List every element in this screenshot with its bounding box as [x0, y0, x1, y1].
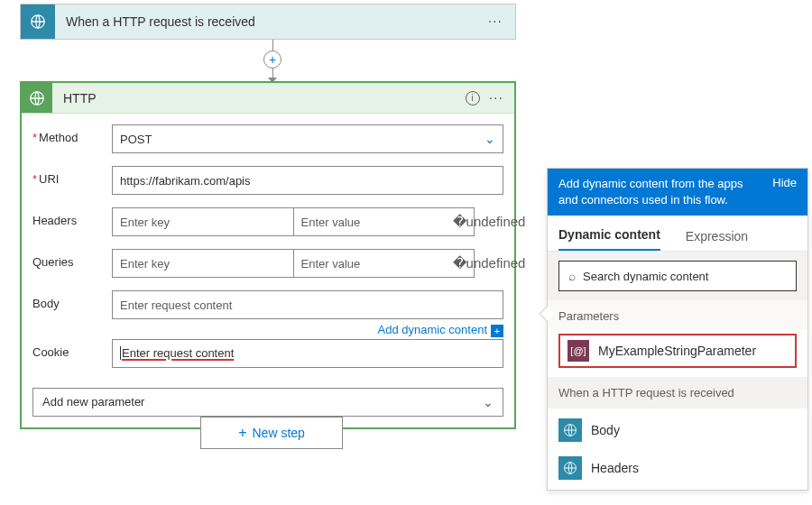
dynamic-flag-icon: +	[491, 325, 503, 337]
uri-label: *URI	[32, 166, 112, 186]
globe-icon	[558, 418, 582, 442]
headers-label: Headers	[32, 207, 112, 227]
tab-expression[interactable]: Expression	[686, 229, 748, 251]
trigger-icon-stripe	[21, 5, 55, 39]
add-dynamic-content-link[interactable]: Add dynamic content+	[112, 323, 503, 337]
trigger-more-icon[interactable]: ···	[488, 14, 515, 30]
parameter-chip[interactable]: [@] MyExampleStringParameter	[558, 334, 797, 368]
method-label: *Method	[32, 124, 112, 144]
tab-dynamic-content[interactable]: Dynamic content	[558, 227, 660, 251]
text-mode-icon[interactable]: �undefined	[475, 255, 503, 271]
uri-input[interactable]: https://fabrikam.com/apis	[112, 166, 503, 195]
section-parameters: Parameters	[548, 300, 807, 330]
hide-tip-button[interactable]: Hide	[772, 176, 797, 208]
headers-value-input[interactable]: Enter value	[293, 207, 475, 236]
chevron-down-icon: ⌄	[484, 132, 495, 146]
queries-value-input[interactable]: Enter value	[293, 249, 475, 278]
cookie-label: Cookie	[32, 339, 112, 359]
panel-tip-message: Add dynamic content from the apps and co…	[558, 176, 748, 208]
dynamic-content-panel: Add dynamic content from the apps and co…	[547, 168, 808, 491]
flow-connector: +	[263, 40, 281, 83]
chevron-down-icon: ⌄	[483, 395, 494, 409]
panel-tabs: Dynamic content Expression	[548, 216, 807, 252]
action-icon-stripe	[22, 83, 52, 113]
cookie-input[interactable]: Enter request content	[112, 339, 503, 368]
method-select[interactable]: POST ⌄	[112, 124, 503, 153]
section-trigger-outputs: When a HTTP request is received	[548, 377, 807, 409]
search-input[interactable]: ⌕ Search dynamic content	[558, 261, 797, 291]
trigger-title: When a HTTP request is received	[55, 14, 255, 29]
search-icon: ⌕	[568, 269, 576, 283]
new-step-button[interactable]: + New step	[200, 417, 343, 449]
add-parameter-select[interactable]: Add new parameter ⌄	[32, 388, 503, 417]
queries-key-input[interactable]: Enter key	[112, 249, 293, 278]
action-title: HTTP	[52, 91, 97, 106]
queries-label: Queries	[32, 249, 112, 269]
body-input[interactable]: Enter request content	[112, 290, 503, 319]
trigger-card[interactable]: When a HTTP request is received ···	[20, 4, 516, 40]
headers-key-input[interactable]: Enter key	[112, 207, 293, 236]
panel-tip: Add dynamic content from the apps and co…	[548, 169, 807, 216]
plus-icon: +	[238, 425, 246, 441]
text-mode-icon[interactable]: �undefined	[475, 214, 503, 230]
parameter-icon: [@]	[567, 340, 589, 362]
info-icon[interactable]: i	[466, 91, 480, 106]
globe-icon	[30, 14, 46, 30]
action-header[interactable]: HTTP i ···	[22, 83, 514, 114]
globe-icon	[29, 90, 45, 106]
dynamic-item-headers[interactable]: Headers	[558, 452, 797, 484]
action-more-icon[interactable]: ···	[489, 90, 514, 106]
body-label: Body	[32, 290, 112, 310]
insert-step-button[interactable]: +	[263, 50, 281, 69]
globe-icon	[558, 456, 582, 480]
dynamic-item-body[interactable]: Body	[558, 414, 797, 446]
http-action-card: HTTP i ··· *Method POST ⌄ *URI https://f…	[20, 81, 516, 429]
